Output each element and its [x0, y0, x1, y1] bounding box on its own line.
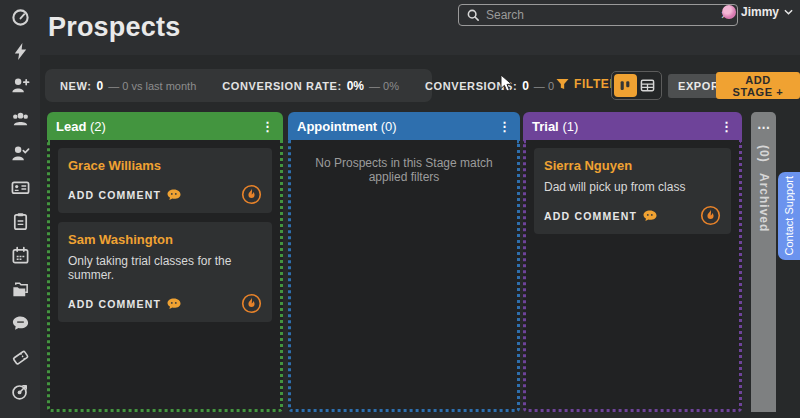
page-title: Prospects — [48, 12, 180, 43]
user-menu[interactable]: Jimmy — [722, 5, 793, 19]
stat-conversion-rate: CONVERSION RATE: 0% — 0% — [222, 79, 399, 93]
column-menu-icon[interactable]: ⋮ — [498, 120, 511, 133]
stage-column-appointment: Appointment (0) ⋮ No Prospects in this S… — [288, 112, 520, 412]
empty-stage-message: No Prospects in this Stage match applied… — [299, 156, 509, 184]
kanban-icon — [618, 79, 632, 93]
comment-bubble-icon — [167, 298, 181, 310]
stat-label: CONVERSIONS: — [425, 80, 517, 92]
stat-conversions: CONVERSIONS: 0 — 0 — [425, 79, 554, 93]
archived-label: Archived — [757, 173, 771, 232]
add-comment-label: ADD COMMENT — [68, 298, 161, 310]
comment-bubble-icon — [167, 189, 181, 201]
archived-column-collapsed[interactable]: ⋯ (0) Archived — [751, 112, 776, 412]
archived-count: (0) — [757, 145, 771, 163]
id-card-icon[interactable] — [11, 178, 30, 197]
target-icon[interactable] — [11, 382, 30, 401]
column-name: Trial — [532, 119, 559, 134]
user-name: Jimmy — [741, 5, 779, 19]
view-toggle — [611, 71, 662, 100]
add-comment-label: ADD COMMENT — [68, 189, 161, 201]
column-header: Lead (2) ⋮ — [47, 112, 283, 140]
stat-value: 0 — [97, 79, 104, 93]
hot-lead-flame-icon[interactable] — [241, 293, 262, 314]
prospect-name: Sierra Nguyen — [544, 158, 721, 173]
contact-support-label: Contact Support — [783, 176, 795, 256]
prospect-name: Sam Washington — [68, 232, 262, 247]
column-header: Appointment (0) ⋮ — [288, 112, 520, 140]
column-body: Grace Williams ADD COMMENT Sam Washingto… — [47, 140, 283, 412]
card-footer: ADD COMMENT — [68, 184, 262, 205]
add-comment-button[interactable]: ADD COMMENT — [68, 298, 181, 310]
card-footer: ADD COMMENT — [544, 205, 721, 226]
stage-column-lead: Lead (2) ⋮ Grace Williams ADD COMMENT Sa… — [47, 112, 283, 412]
prospect-note: Dad will pick up from class — [544, 180, 721, 194]
calendar-icon[interactable] — [11, 246, 30, 265]
column-body: Sierra Nguyen Dad will pick up from clas… — [523, 140, 742, 412]
search-input[interactable] — [486, 8, 714, 22]
add-comment-label: ADD COMMENT — [544, 210, 637, 222]
folders-icon[interactable] — [11, 280, 30, 299]
column-count: (2) — [90, 119, 106, 134]
column-title: Appointment (0) — [297, 119, 397, 134]
chevron-down-icon — [784, 9, 793, 15]
column-body: No Prospects in this Stage match applied… — [288, 140, 520, 412]
avatar — [722, 5, 736, 19]
search-icon — [467, 9, 479, 21]
prospect-card[interactable]: Sam Washington Only taking trial classes… — [58, 222, 272, 322]
table-view-button[interactable] — [637, 74, 660, 97]
kanban-view-button[interactable] — [614, 74, 637, 97]
column-name: Lead — [56, 119, 86, 134]
hot-lead-flame-icon[interactable] — [241, 184, 262, 205]
stage-column-trial: Trial (1) ⋮ Sierra Nguyen Dad will pick … — [523, 112, 742, 412]
column-count: (0) — [381, 119, 397, 134]
column-menu-icon[interactable]: ⋮ — [261, 120, 274, 133]
prospect-note: Only taking trial classes for the summer… — [68, 254, 262, 282]
contact-support-tab[interactable]: Contact Support — [778, 172, 800, 260]
prospect-name: Grace Williams — [68, 158, 262, 173]
header: Prospects × Jimmy — [40, 0, 800, 55]
person-check-icon[interactable] — [11, 144, 30, 163]
column-title: Lead (2) — [56, 119, 106, 134]
stat-value: 0 — [522, 79, 529, 93]
dashboard-gauge-icon[interactable] — [11, 8, 30, 27]
stat-new: NEW: 0 — 0 vs last month — [60, 79, 196, 93]
add-stage-button[interactable]: ADD STAGE + — [716, 72, 800, 99]
prospect-card[interactable]: Grace Williams ADD COMMENT — [58, 148, 272, 213]
chat-bubble-icon[interactable] — [11, 314, 30, 333]
stat-label: NEW: — [60, 80, 92, 92]
stat-sub: — 0 — [534, 80, 554, 92]
column-name: Appointment — [297, 119, 377, 134]
archived-menu-icon[interactable]: ⋯ — [757, 120, 770, 135]
column-count: (1) — [562, 119, 578, 134]
people-group-icon[interactable] — [11, 110, 30, 129]
add-comment-button[interactable]: ADD COMMENT — [544, 210, 657, 222]
comment-bubble-icon — [643, 210, 657, 222]
table-icon — [640, 78, 655, 93]
stats-bar: NEW: 0 — 0 vs last month CONVERSION RATE… — [45, 69, 432, 102]
clipboard-icon[interactable] — [11, 212, 30, 231]
add-person-icon[interactable] — [11, 76, 30, 95]
funnel-icon — [556, 78, 569, 90]
stat-label: CONVERSION RATE: — [222, 80, 341, 92]
sidebar — [0, 0, 40, 418]
stat-value: 0% — [347, 79, 364, 93]
column-header: Trial (1) ⋮ — [523, 112, 742, 140]
search-bar[interactable]: × — [458, 4, 738, 26]
stat-sub: — 0% — [369, 80, 399, 92]
stat-sub: — 0 vs last month — [108, 80, 196, 92]
ticket-icon[interactable] — [11, 348, 30, 367]
card-footer: ADD COMMENT — [68, 293, 262, 314]
hot-lead-flame-icon[interactable] — [700, 205, 721, 226]
column-title: Trial (1) — [532, 119, 578, 134]
prospect-card[interactable]: Sierra Nguyen Dad will pick up from clas… — [534, 148, 731, 234]
add-comment-button[interactable]: ADD COMMENT — [68, 189, 181, 201]
column-menu-icon[interactable]: ⋮ — [720, 120, 733, 133]
lightning-icon[interactable] — [11, 42, 30, 61]
